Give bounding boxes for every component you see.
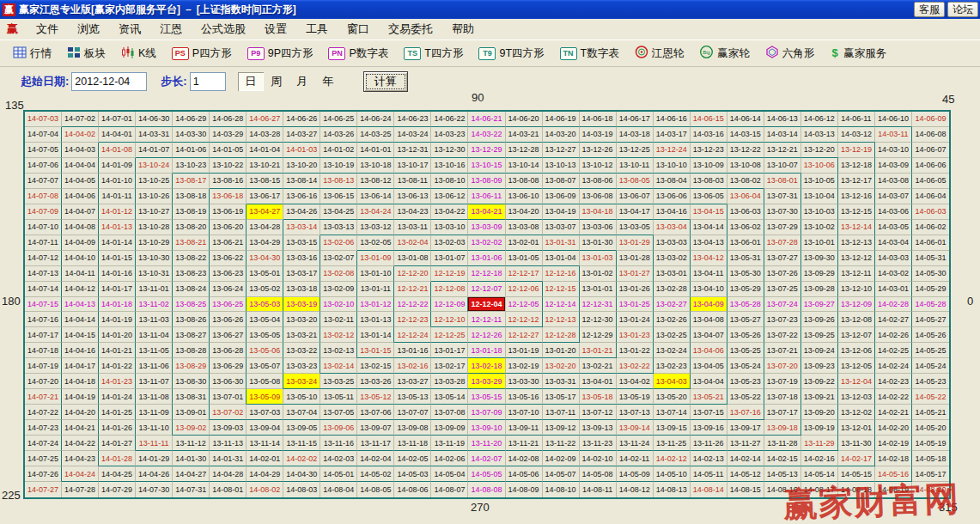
menu-item-3[interactable]: 江恩: [150, 21, 192, 37]
period-week-button[interactable]: 周: [264, 72, 289, 91]
date-cell: 13-09-29: [801, 266, 838, 282]
date-cell: 13-03-15: [283, 235, 320, 251]
date-cell: 14-07-22: [25, 405, 62, 420]
date-cell: 13-02-13: [320, 343, 357, 358]
date-cell: 13-08-24: [173, 282, 210, 297]
menu-item-1[interactable]: 浏览: [68, 21, 109, 37]
date-cell: 14-04-03: [62, 143, 99, 158]
date-cell: 13-02-02: [468, 235, 505, 251]
date-cell: 14-03-04: [875, 235, 912, 251]
date-cell: 12-12-08: [431, 282, 468, 297]
date-cell: 13-03-30: [506, 374, 543, 389]
menu-item-2[interactable]: 资讯: [109, 21, 150, 37]
date-cell: 13-10-14: [506, 158, 543, 174]
toolbar-item-winner-wheel[interactable]: Big赢家轮: [691, 43, 758, 64]
date-cell: 13-04-12: [691, 251, 727, 266]
calculate-button[interactable]: 计算: [363, 71, 408, 92]
date-cell: 14-02-26: [875, 327, 912, 343]
date-cell: 14-03-09: [875, 158, 912, 174]
date-cell: 13-02-22: [617, 358, 654, 374]
toolbar-item-kline[interactable]: K线: [113, 44, 164, 64]
date-cell: 13-05-02: [247, 282, 283, 297]
date-cell: 13-03-03: [654, 235, 691, 251]
toolbar-item-gann-wheel[interactable]: 江恩轮: [627, 43, 692, 64]
date-cell: 13-03-20: [283, 312, 320, 327]
date-cell: 12-12-04: [468, 297, 505, 313]
angle-label-180: 180: [2, 295, 21, 308]
period-day-button[interactable]: 日: [238, 72, 264, 91]
date-cell: 13-02-21: [580, 358, 617, 374]
date-cell: 14-08-08: [468, 482, 505, 497]
date-cell: 13-06-17: [247, 189, 283, 204]
date-cell: 13-01-24: [617, 312, 654, 327]
start-date-input[interactable]: [71, 72, 147, 91]
menu-item-5[interactable]: 设置: [255, 21, 296, 37]
date-cell: 14-07-13: [25, 266, 62, 282]
date-cell: 13-04-07: [691, 327, 727, 343]
date-cell: 14-02-16: [801, 451, 838, 466]
date-cell: 14-06-27: [247, 112, 283, 127]
customer-service-button[interactable]: 客服: [914, 2, 945, 17]
date-cell: 13-08-11: [394, 174, 431, 189]
date-cell: 13-12-05: [838, 358, 875, 374]
period-year-button[interactable]: 年: [315, 72, 341, 91]
date-cell: 14-04-09: [62, 235, 99, 251]
date-cell: 14-07-18: [25, 343, 62, 358]
date-cell: 13-11-01: [136, 282, 173, 297]
toolbar-item-9p-square[interactable]: P99P四方形: [240, 44, 321, 64]
toolbar-item-quotes[interactable]: 行情: [5, 44, 59, 64]
date-cell: 13-11-21: [506, 436, 543, 451]
date-cell: 12-12-09: [431, 297, 468, 313]
toolbar-item-t-table[interactable]: TNT数字表: [552, 44, 627, 64]
date-cell: 13-07-28: [764, 235, 801, 251]
p-table-badge-icon: PN: [328, 47, 345, 60]
toolbar-item-9t-square[interactable]: T99T四方形: [471, 44, 551, 64]
date-cell: 13-05-26: [727, 327, 764, 343]
date-cell: 14-01-03: [283, 143, 320, 158]
date-cell: 13-11-27: [727, 436, 764, 451]
date-cell: 13-04-27: [247, 204, 283, 220]
date-cell: 13-01-09: [357, 251, 394, 266]
date-cell: 14-04-01: [99, 127, 136, 143]
toolbar-item-p-table[interactable]: PNP数字表: [320, 44, 396, 64]
date-cell: 13-09-14: [617, 420, 654, 436]
date-cell: 13-05-05: [247, 327, 283, 343]
menu-item-8[interactable]: 交易委托: [379, 21, 442, 37]
date-cell: 13-08-25: [173, 297, 210, 313]
menu-item-0[interactable]: 文件: [27, 21, 68, 37]
date-cell: 13-02-10: [320, 297, 357, 313]
toolbar-item-sectors[interactable]: 板块: [59, 44, 113, 64]
date-cell: 14-02-13: [691, 451, 727, 466]
date-cell: 14-05-02: [357, 466, 394, 482]
angle-label-315: 315: [939, 501, 958, 514]
date-cell: 12-12-12: [506, 312, 543, 327]
forum-button[interactable]: 论坛: [947, 2, 978, 17]
period-month-button[interactable]: 月: [289, 72, 315, 91]
date-cell: 13-07-13: [617, 405, 654, 420]
time-square-grid: 14-07-0314-07-0214-07-0114-06-3014-06-29…: [23, 110, 951, 499]
date-cell: 13-08-13: [320, 174, 357, 189]
date-cell: 13-02-19: [506, 358, 543, 374]
toolbar-item-winner-service[interactable]: $赢家服务: [822, 43, 894, 64]
menu-item-9[interactable]: 帮助: [442, 21, 484, 37]
date-cell: 12-12-28: [543, 327, 580, 343]
date-cell: 14-04-25: [99, 466, 136, 482]
date-cell: 13-11-25: [654, 436, 691, 451]
date-cell: 13-03-22: [283, 343, 320, 358]
t-square-badge-icon: TS: [404, 47, 421, 60]
date-cell: 13-05-18: [580, 389, 617, 405]
date-cell: 12-12-07: [468, 282, 505, 297]
date-cell: 14-04-12: [62, 282, 99, 297]
toolbar-item-t-square[interactable]: TST四方形: [396, 44, 471, 64]
date-cell: 13-02-15: [357, 358, 394, 374]
toolbar-item-label: K线: [138, 46, 156, 61]
menu-item-7[interactable]: 窗口: [338, 21, 379, 37]
menu-item-6[interactable]: 工具: [296, 21, 338, 37]
date-cell: 13-07-09: [468, 405, 505, 420]
menu-item-4[interactable]: 公式选股: [192, 21, 255, 37]
step-input[interactable]: [190, 72, 226, 91]
date-cell: 14-01-19: [99, 312, 136, 327]
toolbar-item-hexagon[interactable]: 六角形: [758, 43, 823, 64]
toolbar-item-p-square[interactable]: PSP四方形: [164, 44, 240, 64]
date-cell: 14-08-09: [506, 482, 543, 497]
